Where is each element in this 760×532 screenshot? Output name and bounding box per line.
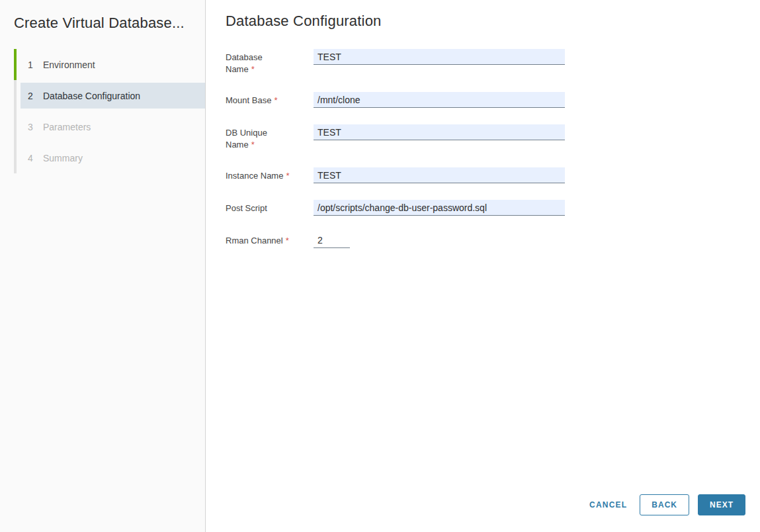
- field-row-db-unique-name: DB Unique Name*: [226, 124, 745, 151]
- page-title: Database Configuration: [226, 13, 745, 30]
- back-button[interactable]: BACK: [640, 494, 689, 515]
- mount-base-label: Mount Base*: [226, 92, 314, 108]
- wizard-main-panel: Database Configuration Database Name* Mo…: [206, 0, 760, 532]
- field-row-database-name: Database Name*: [226, 49, 745, 75]
- step-number: 1: [26, 60, 34, 70]
- field-row-mount-base: Mount Base*: [226, 92, 745, 108]
- step-label: Parameters: [43, 122, 91, 132]
- wizard-title: Create Virtual Database...: [14, 15, 197, 32]
- step-number: 3: [26, 122, 34, 132]
- step-label: Summary: [43, 153, 83, 163]
- wizard-sidebar: Create Virtual Database... 1 Environment…: [0, 0, 206, 532]
- db-unique-name-label: DB Unique Name*: [226, 124, 314, 151]
- wizard-footer: CANCEL BACK NEXT: [226, 494, 745, 515]
- rman-channel-input[interactable]: [314, 232, 350, 248]
- instance-name-label: Instance Name*: [226, 167, 314, 183]
- instance-name-input[interactable]: [314, 167, 565, 183]
- step-number: 2: [26, 91, 34, 101]
- field-row-instance-name: Instance Name*: [226, 167, 745, 183]
- field-row-post-script: Post Script: [226, 200, 745, 216]
- post-script-input[interactable]: [314, 200, 565, 216]
- required-marker: *: [286, 236, 289, 245]
- step-progress-bar: [14, 80, 17, 111]
- db-unique-name-input[interactable]: [314, 124, 565, 140]
- post-script-label: Post Script: [226, 200, 314, 216]
- required-marker: *: [251, 64, 255, 74]
- step-label: Environment: [43, 60, 95, 70]
- required-marker: *: [251, 140, 255, 150]
- step-number: 4: [26, 153, 34, 163]
- create-vdb-wizard: Create Virtual Database... 1 Environment…: [0, 0, 760, 532]
- step-progress-bar: [14, 142, 17, 173]
- cancel-button[interactable]: CANCEL: [584, 494, 632, 515]
- database-name-input[interactable]: [314, 49, 565, 65]
- database-name-label: Database Name*: [226, 49, 314, 75]
- required-marker: *: [286, 171, 289, 181]
- wizard-steps: 1 Environment 2 Database Configuration 3…: [14, 49, 205, 173]
- step-label: Database Configuration: [43, 91, 140, 101]
- sidebar-step-database-configuration[interactable]: 2 Database Configuration: [14, 80, 205, 111]
- database-configuration-form: Database Name* Mount Base* DB Unique: [226, 49, 745, 265]
- sidebar-step-summary: 4 Summary: [14, 142, 205, 173]
- required-marker: *: [274, 95, 277, 105]
- sidebar-step-parameters: 3 Parameters: [14, 111, 205, 142]
- step-progress-bar: [14, 111, 17, 142]
- step-progress-bar: [14, 49, 17, 80]
- next-button[interactable]: NEXT: [698, 494, 745, 515]
- sidebar-step-environment[interactable]: 1 Environment: [14, 49, 205, 80]
- field-row-rman-channel: Rman Channel*: [226, 232, 745, 248]
- mount-base-input[interactable]: [314, 92, 565, 108]
- rman-channel-label: Rman Channel*: [226, 232, 314, 248]
